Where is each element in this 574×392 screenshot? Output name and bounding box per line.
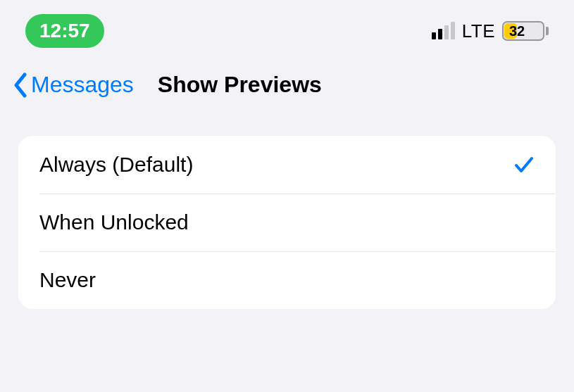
status-bar: 12:57 LTE 32: [0, 0, 574, 51]
status-right: LTE 32: [432, 20, 549, 42]
checkmark-icon: [513, 154, 535, 175]
option-label: Always (Default): [39, 153, 193, 177]
status-time: 12:57: [39, 20, 90, 42]
option-always[interactable]: Always (Default): [18, 136, 556, 194]
nav-header: Messages Show Previews: [0, 51, 574, 115]
network-label: LTE: [462, 20, 495, 42]
option-when-unlocked[interactable]: When Unlocked: [18, 194, 556, 251]
back-label: Messages: [31, 72, 134, 98]
option-list: Always (Default) When Unlocked Never: [18, 136, 556, 309]
battery-percent: 32: [508, 23, 543, 39]
option-never[interactable]: Never: [18, 251, 556, 309]
chevron-left-icon: [13, 72, 28, 98]
back-button[interactable]: Messages: [13, 72, 134, 98]
option-label: Never: [39, 268, 96, 292]
battery-icon: 32: [502, 21, 549, 41]
option-label: When Unlocked: [39, 210, 189, 234]
cell-signal-icon: [432, 23, 455, 39]
page-title: Show Previews: [158, 72, 322, 98]
time-pill[interactable]: 12:57: [25, 14, 104, 47]
